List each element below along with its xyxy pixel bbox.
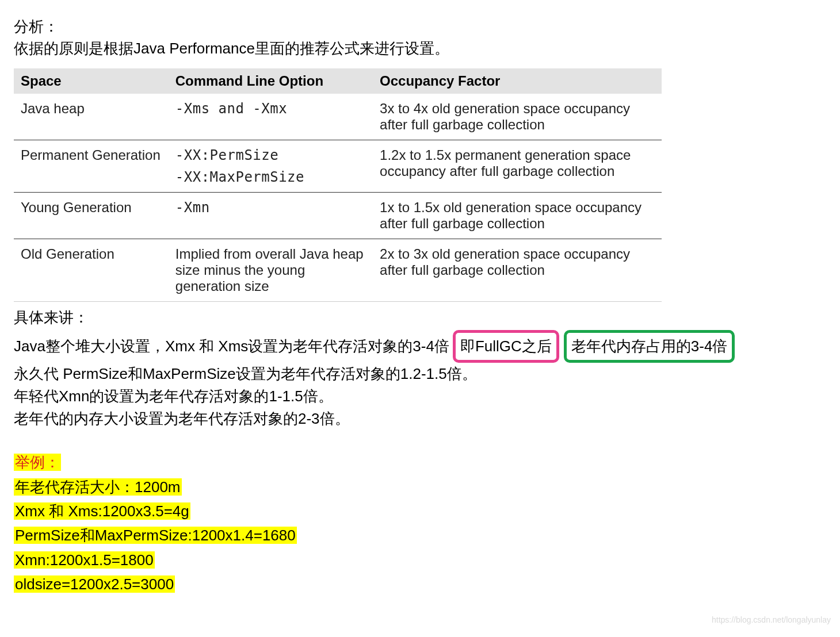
intro-line-2: 依据的原则是根据Java Performance里面的推荐公式来进行设置。 <box>14 38 826 60</box>
details-heap-prefix: Java整个堆大小设置，Xmx 和 Xms设置为老年代存活对象的3-4倍 <box>14 335 449 358</box>
example-line: Xmn:1200x1.5=1800 <box>14 551 155 569</box>
cell-factor: 1x to 1.5x old generation space occupanc… <box>373 193 662 239</box>
cell-option: -XX:PermSize-XX:MaxPermSize <box>169 140 373 193</box>
cell-factor: 3x to 4x old generation space occupancy … <box>373 94 662 140</box>
cell-option: -Xms and -Xmx <box>169 94 373 140</box>
th-option: Command Line Option <box>169 68 373 94</box>
table-row: Old GenerationImplied from overall Java … <box>14 239 662 302</box>
document-page: 分析： 依据的原则是根据Java Performance里面的推荐公式来进行设置… <box>0 0 840 613</box>
table-row: Permanent Generation-XX:PermSize-XX:MaxP… <box>14 140 662 193</box>
example-block: 举例： 年老代存活大小：1200mXmx 和 Xms:1200x3.5=4g P… <box>14 451 826 596</box>
details-heap-row: Java整个堆大小设置，Xmx 和 Xms设置为老年代存活对象的3-4倍 即Fu… <box>14 330 826 363</box>
example-line: Xmx 和 Xms:1200x3.5=4g <box>14 502 190 520</box>
table-row: Java heap-Xms and -Xmx3x to 4x old gener… <box>14 94 662 140</box>
cell-space: Java heap <box>14 94 169 140</box>
th-factor: Occupancy Factor <box>373 68 662 94</box>
cell-option: Implied from overall Java heap size minu… <box>169 239 373 302</box>
example-title: 举例： <box>14 454 61 471</box>
cell-factor: 2x to 3x old generation space occupancy … <box>373 239 662 302</box>
cell-space: Permanent Generation <box>14 140 169 193</box>
th-space: Space <box>14 68 169 94</box>
callout-green: 老年代内存占用的3-4倍 <box>564 330 735 363</box>
example-line: oldsize=1200x2.5=3000 <box>14 575 175 593</box>
intro-line-1: 分析： <box>14 16 826 38</box>
cell-space: Old Generation <box>14 239 169 302</box>
details-young: 年轻代Xmn的设置为老年代存活对象的1-1.5倍。 <box>14 385 826 408</box>
details-perm: 永久代 PermSize和MaxPermSize设置为老年代存活对象的1.2-1… <box>14 363 826 385</box>
details-header: 具体来讲： <box>14 306 826 329</box>
recommendation-table: Space Command Line Option Occupancy Fact… <box>14 68 826 302</box>
table-row: Young Generation-Xmn1x to 1.5x old gener… <box>14 193 662 239</box>
callout-pink: 即FullGC之后 <box>453 330 559 363</box>
cell-space: Young Generation <box>14 193 169 239</box>
cell-option: -Xmn <box>169 193 373 239</box>
cell-factor: 1.2x to 1.5x permanent generation space … <box>373 140 662 193</box>
example-line: 年老代存活大小：1200m <box>14 478 182 496</box>
details-old: 老年代的内存大小设置为老年代存活对象的2-3倍。 <box>14 408 826 430</box>
example-line: PermSize和MaxPermSize:1200x1.4=1680 <box>14 527 297 544</box>
